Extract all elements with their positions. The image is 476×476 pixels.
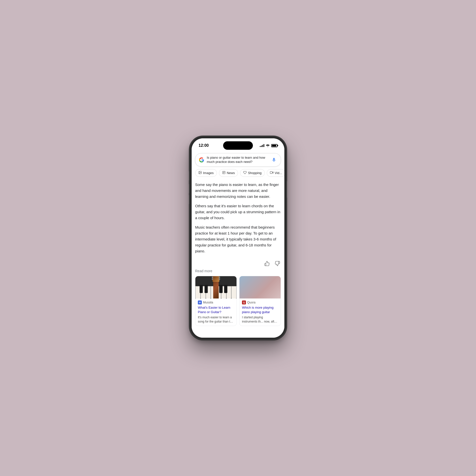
chip-videos[interactable]: Vid... <box>267 169 284 177</box>
status-icons <box>260 144 277 147</box>
answer-text: Some say the piano is easier to learn, a… <box>192 179 284 260</box>
chip-images[interactable]: Images <box>195 169 217 177</box>
mussila-card-title[interactable]: What's Easier to Learn Piano or Guitar? <box>198 305 234 314</box>
shopping-icon <box>243 171 247 175</box>
chip-news-label: News <box>227 171 235 175</box>
result-card-quora[interactable]: Q Quora Which is more playing piano play… <box>239 276 281 326</box>
mussila-card-snippet: It's much easier to learn a song for the… <box>198 315 234 324</box>
feedback-row <box>192 260 284 269</box>
content-area[interactable]: Is piano or guitar easier to learn and h… <box>192 151 284 338</box>
svg-point-1 <box>199 172 200 172</box>
card-body-mussila: M Mussila What's Easier to Learn Piano o… <box>195 298 237 326</box>
phone-mockup: 12:00 <box>190 136 286 340</box>
quora-source-name: Quora <box>247 301 255 304</box>
thumbs-down-button[interactable] <box>274 260 281 267</box>
signal-bars-icon <box>260 144 264 147</box>
status-time: 12:00 <box>199 143 209 148</box>
google-logo <box>199 157 204 163</box>
mic-icon[interactable] <box>271 157 277 163</box>
quora-card-title[interactable]: Which is more playing piano playing guit… <box>242 305 278 314</box>
filter-chips: Images News Shoppi <box>192 169 284 179</box>
answer-paragraph-2: Others say that it's easier to learn cho… <box>195 203 281 221</box>
card-source-mussila: M Mussila <box>198 300 234 304</box>
wifi-icon <box>266 144 270 147</box>
card-source-quora: Q Quora <box>242 300 278 304</box>
result-card-mussila[interactable]: M Mussila What's Easier to Learn Piano o… <box>195 276 237 326</box>
result-cards: M Mussila What's Easier to Learn Piano o… <box>192 276 284 326</box>
quora-logo: Q <box>242 300 246 304</box>
card-image-quora <box>239 276 281 298</box>
thumbs-up-button[interactable] <box>264 260 270 267</box>
chip-videos-label: Vid... <box>275 171 282 175</box>
news-icon <box>222 171 226 175</box>
svg-rect-7 <box>270 172 272 174</box>
answer-paragraph-1: Some say the piano is easier to learn, a… <box>195 182 281 200</box>
dynamic-island <box>223 141 253 150</box>
phone-screen: 12:00 <box>192 138 284 338</box>
read-more-label[interactable]: Read more <box>192 269 284 276</box>
svg-marker-6 <box>272 172 273 173</box>
answer-paragraph-3: Music teachers often recommend that begi… <box>195 224 281 254</box>
video-icon <box>270 171 273 175</box>
chip-shopping[interactable]: Shopping <box>240 169 265 177</box>
chip-images-label: Images <box>203 171 214 175</box>
battery-icon <box>271 144 277 147</box>
chip-news[interactable]: News <box>219 169 238 177</box>
mussila-logo: M <box>198 300 202 304</box>
chip-shopping-label: Shopping <box>248 171 262 175</box>
card-image-piano-guitar <box>195 276 237 298</box>
card-body-quora: Q Quora Which is more playing piano play… <box>239 298 281 326</box>
search-bar[interactable]: Is piano or guitar easier to learn and h… <box>195 153 281 167</box>
quora-card-snippet: I started playing instruments th... now,… <box>242 315 278 324</box>
image-icon <box>198 171 202 175</box>
search-query-text: Is piano or guitar easier to learn and h… <box>207 156 268 164</box>
status-bar: 12:00 <box>192 138 284 151</box>
mussila-source-name: Mussila <box>203 301 213 304</box>
